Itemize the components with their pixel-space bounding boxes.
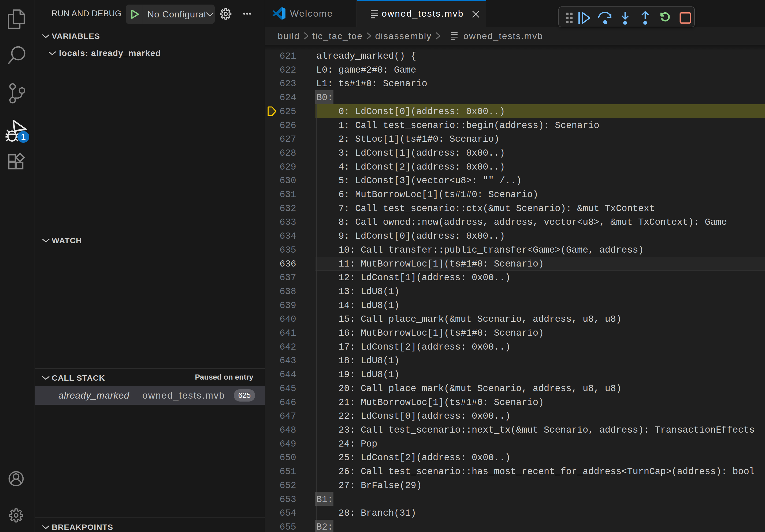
svg-text:1: 1 <box>21 132 25 142</box>
